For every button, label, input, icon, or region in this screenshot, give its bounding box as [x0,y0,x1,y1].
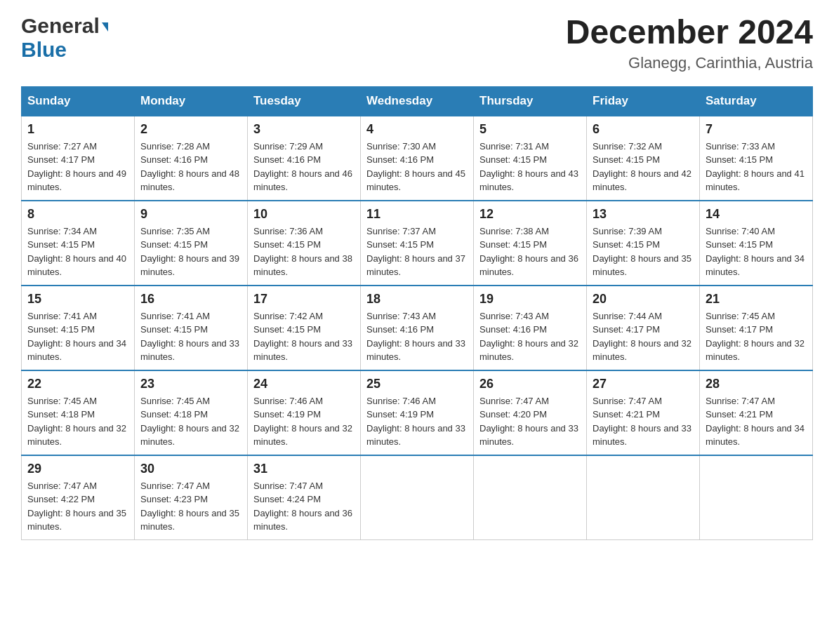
day-cell: 16 Sunrise: 7:41 AMSunset: 4:15 PMDaylig… [135,286,248,370]
day-info: Sunrise: 7:37 AMSunset: 4:15 PMDaylight:… [366,226,465,278]
day-number: 1 [27,122,128,137]
week-row-4: 22 Sunrise: 7:45 AMSunset: 4:18 PMDaylig… [22,370,813,455]
day-cell: 3 Sunrise: 7:29 AMSunset: 4:16 PMDayligh… [248,116,361,201]
day-info: Sunrise: 7:42 AMSunset: 4:15 PMDaylight:… [253,311,352,363]
day-cell: 30 Sunrise: 7:47 AMSunset: 4:23 PMDaylig… [135,455,248,540]
day-cell: 6 Sunrise: 7:32 AMSunset: 4:15 PMDayligh… [587,116,700,201]
day-info: Sunrise: 7:47 AMSunset: 4:21 PMDaylight:… [706,396,805,448]
day-number: 25 [366,377,468,391]
logo-top: General [21,14,108,38]
day-number: 13 [593,207,694,222]
day-number: 9 [140,207,241,222]
logo-bottom: Blue [21,38,67,62]
day-number: 4 [366,122,468,137]
day-number: 3 [253,122,355,137]
week-row-5: 29 Sunrise: 7:47 AMSunset: 4:22 PMDaylig… [22,455,813,540]
day-number: 24 [253,377,355,391]
day-cell: 23 Sunrise: 7:45 AMSunset: 4:18 PMDaylig… [135,370,248,455]
day-number: 8 [27,207,128,222]
day-number: 28 [706,377,807,391]
day-info: Sunrise: 7:31 AMSunset: 4:15 PMDaylight:… [479,141,578,193]
header-cell-monday: Monday [135,86,248,116]
day-info: Sunrise: 7:43 AMSunset: 4:16 PMDaylight:… [479,311,578,363]
day-info: Sunrise: 7:32 AMSunset: 4:15 PMDaylight:… [593,141,691,193]
day-cell: 31 Sunrise: 7:47 AMSunset: 4:24 PMDaylig… [248,455,361,540]
location: Glanegg, Carinthia, Austria [566,54,813,72]
day-cell: 17 Sunrise: 7:42 AMSunset: 4:15 PMDaylig… [248,286,361,370]
day-cell: 5 Sunrise: 7:31 AMSunset: 4:15 PMDayligh… [474,116,587,201]
calendar-table: SundayMondayTuesdayWednesdayThursdayFrid… [21,86,813,540]
day-info: Sunrise: 7:46 AMSunset: 4:19 PMDaylight:… [253,396,352,448]
day-cell: 24 Sunrise: 7:46 AMSunset: 4:19 PMDaylig… [248,370,361,455]
day-info: Sunrise: 7:47 AMSunset: 4:21 PMDaylight:… [593,396,691,448]
day-info: Sunrise: 7:45 AMSunset: 4:17 PMDaylight:… [706,311,805,363]
week-row-3: 15 Sunrise: 7:41 AMSunset: 4:15 PMDaylig… [22,286,813,370]
day-cell: 12 Sunrise: 7:38 AMSunset: 4:15 PMDaylig… [474,201,587,286]
day-number: 15 [27,292,128,307]
header-cell-thursday: Thursday [474,86,587,116]
day-number: 22 [27,377,128,391]
day-cell: 19 Sunrise: 7:43 AMSunset: 4:16 PMDaylig… [474,286,587,370]
day-info: Sunrise: 7:34 AMSunset: 4:15 PMDaylight:… [27,226,126,278]
day-info: Sunrise: 7:47 AMSunset: 4:22 PMDaylight:… [27,481,126,532]
day-number: 23 [140,377,241,391]
day-number: 20 [593,292,694,307]
day-info: Sunrise: 7:33 AMSunset: 4:15 PMDaylight:… [706,141,805,193]
week-row-1: 1 Sunrise: 7:27 AMSunset: 4:17 PMDayligh… [22,116,813,201]
day-info: Sunrise: 7:29 AMSunset: 4:16 PMDaylight:… [253,141,352,193]
day-info: Sunrise: 7:44 AMSunset: 4:17 PMDaylight:… [593,311,691,363]
header-cell-wednesday: Wednesday [361,86,474,116]
day-number: 11 [366,207,468,222]
day-cell: 20 Sunrise: 7:44 AMSunset: 4:17 PMDaylig… [587,286,700,370]
day-number: 17 [253,292,355,307]
logo: General Blue [21,14,108,62]
day-info: Sunrise: 7:47 AMSunset: 4:23 PMDaylight:… [140,481,239,532]
day-info: Sunrise: 7:27 AMSunset: 4:17 PMDaylight:… [27,141,126,193]
day-number: 7 [706,122,807,137]
day-cell: 27 Sunrise: 7:47 AMSunset: 4:21 PMDaylig… [587,370,700,455]
day-number: 5 [479,122,581,137]
day-info: Sunrise: 7:28 AMSunset: 4:16 PMDaylight:… [140,141,239,193]
day-number: 21 [706,292,807,307]
header-row: SundayMondayTuesdayWednesdayThursdayFrid… [22,86,813,116]
day-info: Sunrise: 7:30 AMSunset: 4:16 PMDaylight:… [366,141,465,193]
header-cell-sunday: Sunday [22,86,135,116]
day-info: Sunrise: 7:38 AMSunset: 4:15 PMDaylight:… [479,226,578,278]
day-number: 10 [253,207,355,222]
day-cell: 14 Sunrise: 7:40 AMSunset: 4:15 PMDaylig… [700,201,813,286]
day-cell: 10 Sunrise: 7:36 AMSunset: 4:15 PMDaylig… [248,201,361,286]
day-cell: 18 Sunrise: 7:43 AMSunset: 4:16 PMDaylig… [361,286,474,370]
day-cell [474,455,587,540]
day-number: 2 [140,122,241,137]
day-cell: 13 Sunrise: 7:39 AMSunset: 4:15 PMDaylig… [587,201,700,286]
day-number: 14 [706,207,807,222]
day-info: Sunrise: 7:35 AMSunset: 4:15 PMDaylight:… [140,226,239,278]
header-cell-friday: Friday [587,86,700,116]
day-number: 26 [479,377,581,391]
day-info: Sunrise: 7:39 AMSunset: 4:15 PMDaylight:… [593,226,691,278]
logo-general-text: General [21,14,100,37]
day-cell: 4 Sunrise: 7:30 AMSunset: 4:16 PMDayligh… [361,116,474,201]
month-title: December 2024 [566,14,813,51]
day-info: Sunrise: 7:47 AMSunset: 4:24 PMDaylight:… [253,481,352,532]
day-number: 19 [479,292,581,307]
header-cell-tuesday: Tuesday [248,86,361,116]
day-cell: 2 Sunrise: 7:28 AMSunset: 4:16 PMDayligh… [135,116,248,201]
day-cell [361,455,474,540]
day-info: Sunrise: 7:40 AMSunset: 4:15 PMDaylight:… [706,226,805,278]
day-cell: 9 Sunrise: 7:35 AMSunset: 4:15 PMDayligh… [135,201,248,286]
day-cell: 1 Sunrise: 7:27 AMSunset: 4:17 PMDayligh… [22,116,135,201]
logo-blue-text: Blue [21,38,67,61]
day-cell: 25 Sunrise: 7:46 AMSunset: 4:19 PMDaylig… [361,370,474,455]
day-info: Sunrise: 7:45 AMSunset: 4:18 PMDaylight:… [140,396,239,448]
day-info: Sunrise: 7:47 AMSunset: 4:20 PMDaylight:… [479,396,578,448]
day-cell: 8 Sunrise: 7:34 AMSunset: 4:15 PMDayligh… [22,201,135,286]
title-area: December 2024 Glanegg, Carinthia, Austri… [566,14,813,72]
logo-triangle-icon [102,22,108,32]
calendar-body: 1 Sunrise: 7:27 AMSunset: 4:17 PMDayligh… [22,116,813,540]
day-info: Sunrise: 7:46 AMSunset: 4:19 PMDaylight:… [366,396,465,448]
day-number: 30 [140,462,241,476]
day-cell [587,455,700,540]
day-cell: 22 Sunrise: 7:45 AMSunset: 4:18 PMDaylig… [22,370,135,455]
page-header: General Blue December 2024 Glanegg, Cari… [21,14,813,72]
